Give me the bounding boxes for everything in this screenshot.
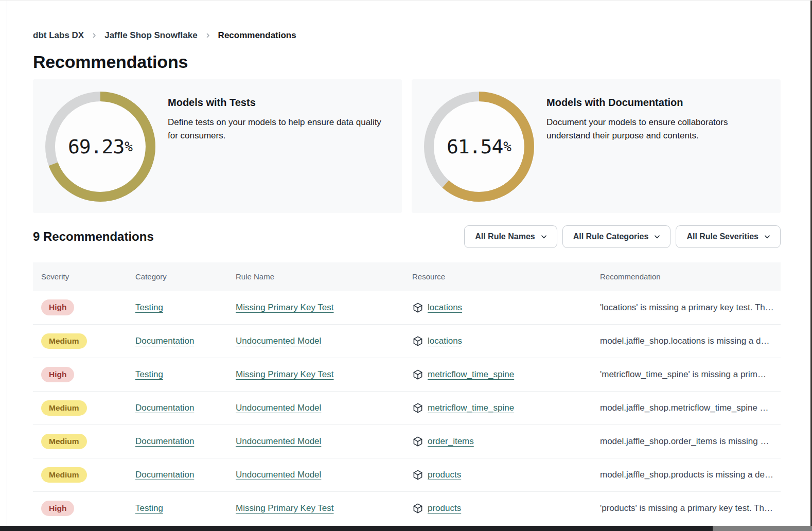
- rule-severities-filter-dropdown[interactable]: All Rule Severities: [676, 225, 781, 248]
- metric-cards: 69.23% Models with Tests Define tests on…: [33, 79, 781, 213]
- page-title: Recommendations: [33, 52, 781, 72]
- table-row: Medium Documentation Undocumented Model …: [33, 391, 781, 424]
- severity-badge: High: [41, 501, 74, 517]
- column-header-recommendation: Recommendation: [600, 272, 781, 281]
- rule-name-link[interactable]: Undocumented Model: [236, 336, 321, 346]
- resource-link[interactable]: products: [428, 503, 461, 514]
- recommendation-cell: model.jaffle_shop.products is missing a …: [600, 470, 781, 480]
- recommendations-table: Severity Category Rule Name Resource Rec…: [33, 262, 781, 525]
- category-link[interactable]: Documentation: [135, 403, 194, 413]
- rule-name-link[interactable]: Missing Primary Key Test: [236, 369, 334, 379]
- model-cube-icon: [412, 302, 423, 313]
- breadcrumb-item-jaffle-shop-snowflake[interactable]: Jaffle Shop Snowflake: [104, 30, 197, 41]
- resource-link[interactable]: locations: [428, 336, 462, 346]
- rule-name-cell: Missing Primary Key Test: [236, 303, 412, 313]
- severity-cell: Medium: [41, 434, 135, 450]
- rule-categories-filter-dropdown[interactable]: All Rule Categories: [562, 225, 671, 248]
- category-link[interactable]: Testing: [135, 303, 163, 312]
- severity-cell: Medium: [41, 467, 135, 483]
- resource-cell: metricflow_time_spine: [412, 402, 600, 414]
- rule-name-cell: Undocumented Model: [236, 403, 412, 413]
- tests-card-description: Define tests on your models to help ensu…: [168, 116, 390, 143]
- resource-link[interactable]: metricflow_time_spine: [428, 369, 514, 380]
- resource-link[interactable]: metricflow_time_spine: [428, 403, 514, 413]
- table-row: Medium Documentation Undocumented Model …: [33, 324, 781, 358]
- recommendation-cell: 'locations' is missing a primary key tes…: [600, 303, 781, 313]
- rule-name-link[interactable]: Undocumented Model: [236, 436, 321, 446]
- rule-name-cell: Undocumented Model: [236, 336, 412, 346]
- rule-name-cell: Undocumented Model: [236, 436, 412, 447]
- breadcrumb-item-dbt-labs-dx[interactable]: dbt Labs DX: [33, 30, 84, 41]
- metric-card-models-with-documentation: 61.54% Models with Documentation Documen…: [412, 79, 781, 213]
- rule-name-link[interactable]: Missing Primary Key Test: [236, 303, 334, 312]
- resource-link[interactable]: order_items: [428, 436, 474, 447]
- documentation-card-text: Models with Documentation Document your …: [546, 92, 768, 143]
- severity-cell: High: [41, 367, 135, 383]
- column-header-rule-name: Rule Name: [236, 272, 412, 281]
- category-link[interactable]: Documentation: [135, 436, 194, 446]
- rule-name-link[interactable]: Undocumented Model: [236, 403, 321, 413]
- severity-cell: Medium: [41, 333, 135, 349]
- severity-cell: Medium: [41, 400, 135, 416]
- recommendation-cell: model.jaffle_shop.locations is missing a…: [600, 336, 781, 346]
- rule-name-link[interactable]: Undocumented Model: [236, 470, 321, 480]
- table-header-row: Severity Category Rule Name Resource Rec…: [33, 262, 781, 291]
- chevron-right-icon: [91, 32, 97, 39]
- window-bottom-edge: [0, 526, 812, 531]
- rule-name-cell: Missing Primary Key Test: [236, 369, 412, 380]
- rule-name-link[interactable]: Missing Primary Key Test: [236, 503, 334, 513]
- column-header-severity: Severity: [41, 272, 135, 281]
- tests-percentage-value: 69.23: [68, 135, 124, 158]
- category-link[interactable]: Testing: [135, 503, 163, 513]
- rule-categories-filter-label: All Rule Categories: [573, 232, 649, 241]
- resource-link[interactable]: locations: [428, 303, 462, 313]
- model-cube-icon: [412, 369, 423, 380]
- severity-badge: High: [41, 299, 74, 315]
- breadcrumb: dbt Labs DX Jaffle Shop Snowflake Recomm…: [33, 30, 781, 41]
- rule-names-filter-dropdown[interactable]: All Rule Names: [464, 225, 557, 248]
- severity-badge: Medium: [41, 467, 87, 483]
- category-cell: Documentation: [135, 403, 236, 413]
- rule-names-filter-label: All Rule Names: [475, 232, 535, 241]
- percent-sign: %: [125, 139, 133, 154]
- model-cube-icon: [412, 402, 423, 414]
- resource-cell: metricflow_time_spine: [412, 369, 600, 380]
- bottom-edge-light-segment: [713, 526, 812, 531]
- model-cube-icon: [412, 335, 423, 347]
- documentation-card-description: Document your models to ensure collabora…: [546, 116, 768, 143]
- rule-name-cell: Missing Primary Key Test: [236, 503, 412, 514]
- recommendation-cell: 'products' is missing a primary key test…: [600, 503, 781, 514]
- severity-cell: High: [41, 501, 135, 517]
- documentation-donut-chart: 61.54%: [424, 92, 534, 202]
- tests-card-title: Models with Tests: [168, 97, 390, 109]
- category-link[interactable]: Testing: [135, 369, 163, 379]
- column-header-resource: Resource: [412, 272, 600, 281]
- resource-cell: order_items: [412, 436, 600, 447]
- breadcrumb-item-recommendations: Recommendations: [218, 30, 296, 41]
- rule-severities-filter-label: All Rule Severities: [686, 232, 758, 241]
- table-row: Medium Documentation Undocumented Model …: [33, 424, 781, 458]
- resource-cell: products: [412, 469, 600, 481]
- category-cell: Testing: [135, 369, 236, 380]
- documentation-percentage-value: 61.54: [447, 135, 503, 158]
- tests-percentage: 69.23%: [45, 92, 155, 202]
- resource-link[interactable]: products: [428, 470, 461, 480]
- rule-name-cell: Undocumented Model: [236, 470, 412, 480]
- category-link[interactable]: Documentation: [135, 470, 194, 480]
- category-link[interactable]: Documentation: [135, 336, 194, 346]
- tests-donut-chart: 69.23%: [45, 92, 155, 202]
- table-bottom-divider: [33, 525, 781, 525]
- table-row: High Testing Missing Primary Key Test pr…: [33, 491, 781, 525]
- recommendations-list-header: 9 Recommendations All Rule Names All Rul…: [33, 225, 781, 248]
- table-row: High Testing Missing Primary Key Test lo…: [33, 291, 781, 324]
- resource-cell: products: [412, 503, 600, 514]
- table-body: High Testing Missing Primary Key Test lo…: [33, 291, 781, 525]
- table-row: High Testing Missing Primary Key Test me…: [33, 358, 781, 391]
- severity-badge: Medium: [41, 434, 87, 450]
- recommendations-count: 9 Recommendations: [33, 229, 154, 244]
- model-cube-icon: [412, 469, 423, 481]
- recommendation-cell: model.jaffle_shop.metricflow_time_spine …: [600, 403, 781, 413]
- model-cube-icon: [412, 436, 423, 447]
- resource-cell: locations: [412, 335, 600, 347]
- resource-cell: locations: [412, 302, 600, 313]
